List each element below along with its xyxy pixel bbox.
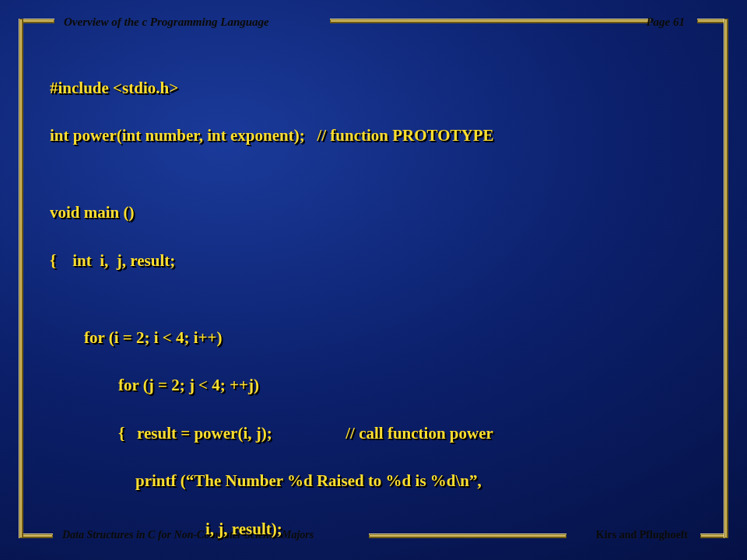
code-line: i, j, result); (50, 519, 700, 541)
page-number: Page 61 (646, 16, 685, 29)
code-line: int power(int number, int exponent); // … (50, 125, 700, 147)
code-block: #include <stdio.h> int power(int number,… (50, 56, 700, 560)
code-line: #include <stdio.h> (50, 78, 700, 100)
code-line: { result = power(i, j); // call function… (50, 423, 700, 445)
code-line: printf (“The Number %d Raised to %d is %… (50, 471, 700, 492)
slide-title: Overview of the c Programming Language (64, 16, 269, 29)
code-line: for (i = 2; i < 4; i++) (50, 327, 700, 349)
code-line: void main () (50, 202, 700, 224)
code-line: { int i, j, result; (50, 250, 700, 272)
code-line: for (j = 2; j < 4; ++j) (50, 375, 700, 397)
